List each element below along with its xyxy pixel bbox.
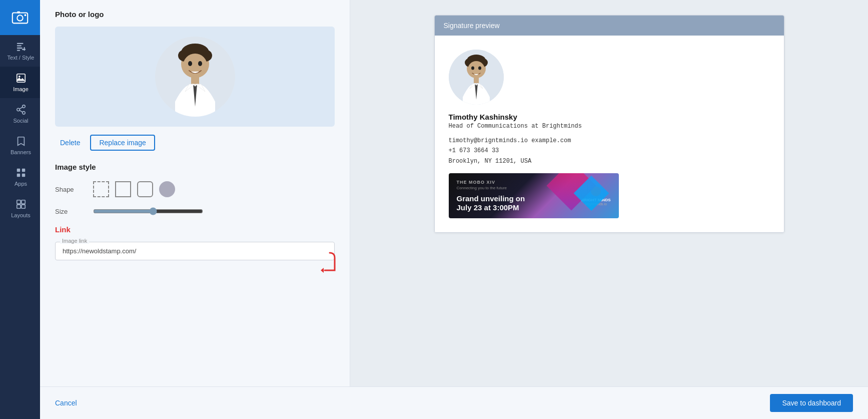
svg-rect-23 [17,205,20,208]
share-icon [16,104,27,115]
person-image [155,37,235,117]
svg-marker-34 [321,268,324,273]
svg-line-16 [20,110,23,112]
apps-icon [16,167,27,178]
grid-icon [16,199,27,210]
image-style-title: Image style [55,163,335,171]
banner-main-line2: July 23 at 3:00PM [457,203,519,212]
preview-box: Signature preview [434,15,784,233]
image-link-label: Image link [60,238,89,244]
svg-rect-21 [17,200,20,204]
svg-rect-6 [17,48,22,49]
preview-phone: +1 673 3664 33 [449,147,499,154]
svg-line-15 [20,107,23,109]
app-logo[interactable] [0,0,40,35]
sidebar: Text / Style Image Social Banners [0,0,40,419]
preview-address: Brooklyn, NY 11201, USA [449,158,532,165]
svg-point-12 [22,105,25,108]
svg-point-41 [471,67,474,70]
cancel-button[interactable]: Cancel [55,399,77,407]
sidebar-item-text-style[interactable]: Text / Style [0,35,40,67]
save-dashboard-button[interactable]: Save to dashboard [770,394,853,412]
left-panel: Photo or logo [40,0,350,386]
image-icon [16,73,27,84]
svg-rect-19 [17,174,20,177]
size-slider-container [93,207,335,215]
sidebar-item-label: Layouts [11,212,31,218]
shape-square-option[interactable] [115,181,131,197]
image-link-group: Image link [55,242,335,260]
sidebar-item-label: Image [13,86,29,92]
preview-job-title: Head of Communications at Brightminds [449,123,770,130]
panel-inner: Photo or logo [40,0,350,280]
svg-point-3 [25,14,27,16]
svg-point-11 [18,76,20,78]
svg-rect-4 [17,43,23,44]
sidebar-item-label: Banners [11,149,31,155]
preview-avatar [449,50,504,105]
text-style-icon [16,41,27,52]
svg-rect-22 [21,200,25,204]
sidebar-item-layouts[interactable]: Layouts [0,193,40,224]
sidebar-item-image[interactable]: Image [0,67,40,98]
svg-point-13 [17,108,20,111]
preview-contact: timothy@brigntminds.io example.com +1 67… [449,136,770,166]
svg-rect-10 [17,74,25,83]
camera-icon [11,8,30,27]
replace-image-button[interactable]: Replace image [90,135,155,151]
shape-row: Shape [55,181,335,197]
shape-dashed-option[interactable] [93,181,109,197]
svg-rect-9 [22,49,25,50]
input-with-arrow: Image link [55,242,335,260]
photo-container [55,27,335,127]
svg-rect-43 [474,77,479,83]
svg-rect-20 [22,174,25,177]
sidebar-item-label: Social [14,118,29,124]
avatar-circle [155,37,235,117]
content-row: Photo or logo [40,0,868,386]
svg-rect-18 [22,169,25,172]
shape-label: Shape [55,186,85,193]
image-link-input[interactable] [55,242,335,260]
shape-circle-option[interactable] [159,181,175,197]
photo-section-title: Photo or logo [55,10,335,19]
sidebar-item-label: Apps [15,181,27,187]
svg-rect-17 [17,169,20,172]
bottom-bar: Cancel Save to dashboard [40,386,868,419]
banner-main-line1: Grand unveiling on [457,194,525,203]
svg-point-32 [198,61,202,66]
preview-header: Signature preview [435,16,784,36]
svg-rect-24 [21,205,25,208]
svg-rect-7 [17,50,20,51]
preview-email: timothy@brigntminds.io example.com [449,137,571,144]
photo-actions: Delete Replace image [55,135,335,151]
link-section-title: Link [55,225,335,234]
preview-person-image [449,50,504,105]
svg-point-31 [188,61,192,66]
size-slider[interactable] [93,207,203,215]
preview-name: Timothy Kashinsky [449,113,770,121]
right-panel: Signature preview [350,0,868,386]
sidebar-item-label: Text / Style [8,55,35,61]
svg-point-42 [478,67,481,70]
sidebar-item-banners[interactable]: Banners [0,130,40,161]
preview-content: Timothy Kashinsky Head of Communications… [435,36,784,232]
sidebar-item-apps[interactable]: Apps [0,161,40,193]
svg-rect-2 [17,12,20,14]
main-area: Photo or logo [40,0,868,419]
svg-point-40 [468,61,485,78]
preview-banner: THE MOBO XIV Connecting you to the futur… [449,173,619,218]
svg-point-30 [183,54,207,78]
bookmark-icon [16,136,27,147]
shape-rounded-option[interactable] [137,181,153,197]
svg-rect-8 [24,47,25,51]
svg-rect-5 [17,45,21,46]
shape-options [93,181,175,197]
size-row: Size [55,207,335,215]
svg-point-14 [22,112,25,115]
red-arrow-indicator [300,250,340,280]
size-label: Size [55,208,85,215]
sidebar-item-social[interactable]: Social [0,98,40,130]
delete-button[interactable]: Delete [60,139,80,147]
svg-point-1 [17,15,23,21]
